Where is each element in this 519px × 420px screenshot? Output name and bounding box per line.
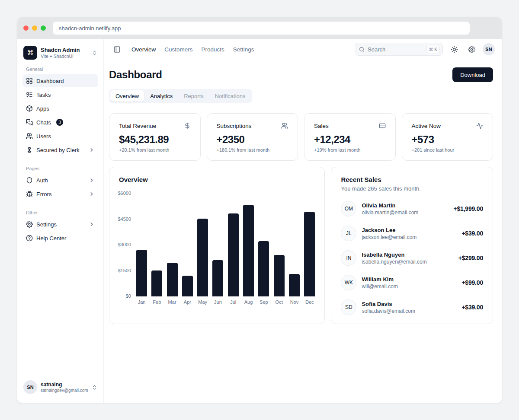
sale-amount: +$1,999.00 — [454, 205, 483, 212]
user-menu[interactable]: SN satnaing satnaingdev@gmail.com — [22, 379, 98, 396]
customer-avatar: IN — [341, 250, 356, 266]
sidebar-section-other: OtherSettingsHelp Center — [22, 210, 98, 245]
sidebar-item-auth[interactable]: Auth — [22, 174, 98, 187]
sidebar-footer: SN satnaing satnaingdev@gmail.com — [22, 379, 98, 396]
clerk-icon — [26, 146, 33, 153]
sidebar-item-settings[interactable]: Settings — [22, 218, 98, 231]
overview-chart-card: Overview $6000$4500$3000$1500$0 JanFebMa… — [109, 167, 325, 324]
customer-email: sofia.davis@email.com — [362, 308, 415, 314]
profile-avatar[interactable]: SN — [483, 43, 495, 55]
bug-icon — [26, 191, 33, 197]
settings-button[interactable] — [465, 43, 477, 55]
sidebar-item-dashboard[interactable]: Dashboard — [22, 74, 98, 87]
search-placeholder: Search — [368, 46, 385, 53]
window-minimize-button[interactable] — [32, 25, 37, 31]
window-zoom-button[interactable] — [41, 25, 46, 31]
sidebar-item-chats[interactable]: Chats3 — [22, 116, 98, 129]
y-tick-label: $4500 — [118, 216, 131, 222]
topnav-link-customers[interactable]: Customers — [164, 46, 192, 53]
customer-avatar: WK — [341, 275, 356, 290]
stat-title: Active Now — [412, 123, 441, 129]
stat-value: $45,231.89 — [119, 134, 191, 146]
sidebar-item-label: Settings — [36, 221, 57, 228]
user-email: satnaingdev@gmail.com — [41, 388, 88, 393]
y-tick-label: $3000 — [118, 242, 131, 247]
chart-bar-jan: Jan — [136, 193, 147, 305]
chart-bar-jun: Jun — [212, 193, 223, 305]
download-button[interactable]: Download — [452, 67, 493, 82]
credit-card-icon — [379, 122, 386, 129]
sidebar-toggle-button[interactable] — [111, 43, 123, 55]
x-tick-label: Mar — [167, 299, 178, 305]
sidebar-item-help-center[interactable]: Help Center — [22, 232, 98, 245]
team-switcher[interactable]: ⌘ Shadcn Admin Vite + ShadcnUI — [22, 45, 98, 60]
customer-email: will@email.com — [362, 283, 398, 290]
topnav-link-settings[interactable]: Settings — [233, 46, 254, 53]
customer-name: Sofia Davis — [362, 301, 415, 307]
browser-window: shadcn-admin.netlify.app ⌘ Shadcn Admin … — [17, 17, 502, 403]
x-tick-label: Apr — [182, 299, 193, 305]
customer-email: jackson.lee@email.com — [362, 234, 416, 240]
sidebar-item-label: Auth — [36, 177, 48, 184]
sidebar-item-label: Tasks — [36, 92, 51, 98]
tab-overview[interactable]: Overview — [110, 90, 144, 102]
top-header: OverviewCustomersProductsSettings Search… — [104, 39, 502, 60]
customer-avatar: JL — [341, 226, 356, 241]
recent-sales-card: Recent Sales You made 265 sales this mon… — [331, 167, 493, 324]
topnav-link-products[interactable]: Products — [202, 46, 224, 53]
sale-amount: +$299.00 — [458, 255, 483, 261]
tab-analytics[interactable]: Analytics — [145, 90, 178, 102]
url-bar[interactable]: shadcn-admin.netlify.app — [53, 22, 470, 35]
stat-change: +201 since last hour — [412, 147, 484, 153]
topnav-link-overview[interactable]: Overview — [131, 46, 156, 53]
sale-item: JLJackson Leejackson.lee@email.com+$39.0… — [341, 226, 483, 241]
chart-bar-nov: Nov — [289, 193, 300, 305]
sidebar-nav: GeneralDashboardTasksAppsChats3UsersSecu… — [22, 60, 98, 245]
sidebar-item-label: Help Center — [36, 235, 66, 242]
sidebar-item-errors[interactable]: Errors — [22, 188, 98, 200]
bar — [243, 205, 254, 296]
theme-toggle-button[interactable] — [448, 43, 460, 55]
sidebar-item-tasks[interactable]: Tasks — [22, 88, 98, 101]
chart-y-axis: $6000$4500$3000$1500$0 — [119, 191, 136, 299]
chart-bar-dec: Dec — [304, 193, 315, 305]
bar — [212, 260, 223, 296]
gear-icon — [468, 46, 475, 53]
search-shortcut: ⌘ K — [426, 46, 440, 53]
x-tick-label: Jan — [136, 299, 147, 305]
tab-notifications[interactable]: Notifications — [210, 90, 251, 102]
sale-amount: +$39.00 — [461, 230, 483, 237]
bar — [258, 241, 269, 296]
browser-chrome: shadcn-admin.netlify.app — [17, 17, 502, 39]
customer-avatar: OM — [341, 201, 356, 216]
bar — [182, 276, 193, 296]
sidebar-item-users[interactable]: Users — [22, 130, 98, 143]
sidebar-section-general: GeneralDashboardTasksAppsChats3UsersSecu… — [22, 67, 98, 156]
chart-bar-sep: Sep — [258, 193, 269, 305]
stat-title: Total Revenue — [119, 123, 156, 129]
search-input[interactable]: Search ⌘ K — [355, 43, 443, 56]
bar — [151, 270, 162, 296]
tab-reports[interactable]: Reports — [179, 90, 209, 102]
checklist-icon — [26, 91, 33, 98]
chart-bar-mar: Mar — [167, 193, 178, 305]
bar — [197, 219, 208, 296]
chart-bar-apr: Apr — [182, 193, 193, 305]
sidebar-item-secured-by-clerk[interactable]: Secured by Clerk — [22, 143, 98, 156]
sale-item: INIsabella Nguyenisabella.nguyen@email.c… — [341, 250, 483, 266]
x-tick-label: Dec — [304, 299, 315, 305]
activity-icon — [476, 122, 483, 129]
y-tick-label: $0 — [126, 293, 131, 299]
window-close-button[interactable] — [23, 25, 29, 31]
x-tick-label: Feb — [151, 299, 162, 305]
team-subtitle: Vite + ShadcnUI — [41, 54, 80, 59]
x-tick-label: Jul — [228, 299, 239, 305]
chevron-right-icon — [89, 177, 95, 183]
bar — [136, 250, 147, 296]
help-circle-icon — [26, 235, 33, 242]
sidebar-item-label: Dashboard — [36, 78, 64, 84]
stat-card-active-now: Active Now+573+201 since last hour — [402, 113, 493, 161]
users-icon — [281, 122, 288, 129]
sidebar-item-apps[interactable]: Apps — [22, 102, 98, 115]
chart-bar-jul: Jul — [228, 193, 239, 305]
